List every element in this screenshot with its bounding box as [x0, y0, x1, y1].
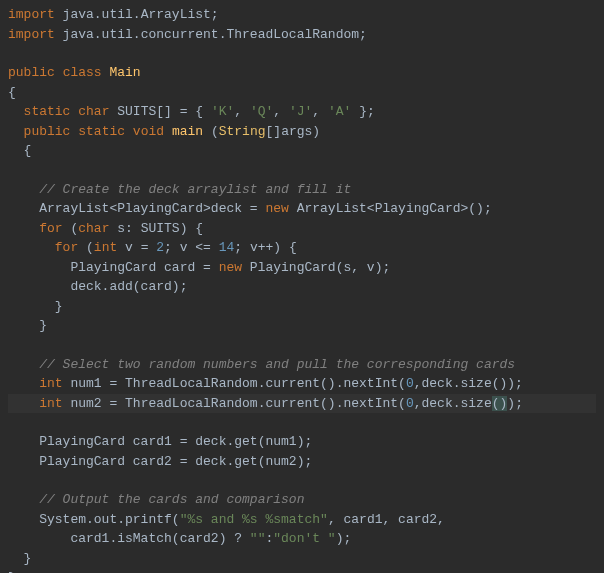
code-line: {: [8, 83, 596, 103]
code-line: public static void main (String[]args): [8, 122, 596, 142]
code-line: [8, 413, 596, 432]
code-line: }: [8, 316, 596, 336]
code-line: import java.util.ArrayList;: [8, 5, 596, 25]
code-line: [8, 336, 596, 355]
code-line: // Select two random numbers and pull th…: [8, 355, 596, 375]
code-line: {: [8, 141, 596, 161]
code-line: System.out.printf("%s and %s %smatch", c…: [8, 510, 596, 530]
code-line: card1.isMatch(card2) ? "":"don't ");: [8, 529, 596, 549]
code-line: }: [8, 549, 596, 569]
code-line: }: [8, 297, 596, 317]
code-line: PlayingCard card2 = deck.get(num2);: [8, 452, 596, 472]
code-line: // Create the deck arraylist and fill it: [8, 180, 596, 200]
code-line: PlayingCard card = new PlayingCard(s, v)…: [8, 258, 596, 278]
code-line: [8, 44, 596, 63]
code-block: import java.util.ArrayList; import java.…: [8, 5, 596, 573]
code-line: for (int v = 2; v <= 14; v++) {: [8, 238, 596, 258]
code-line: public class Main: [8, 63, 596, 83]
code-line: [8, 471, 596, 490]
code-line: static char SUITS[] = { 'K', 'Q', 'J', '…: [8, 102, 596, 122]
code-line-active: int num2 = ThreadLocalRandom.current().n…: [8, 394, 596, 414]
code-line: int num1 = ThreadLocalRandom.current().n…: [8, 374, 596, 394]
code-line: // Output the cards and comparison: [8, 490, 596, 510]
code-line: ArrayList<PlayingCard>deck = new ArrayLi…: [8, 199, 596, 219]
code-line: [8, 161, 596, 180]
code-line: deck.add(card);: [8, 277, 596, 297]
code-line: PlayingCard card1 = deck.get(num1);: [8, 432, 596, 452]
code-line: import java.util.concurrent.ThreadLocalR…: [8, 25, 596, 45]
code-line: for (char s: SUITS) {: [8, 219, 596, 239]
code-line: }: [8, 568, 596, 573]
